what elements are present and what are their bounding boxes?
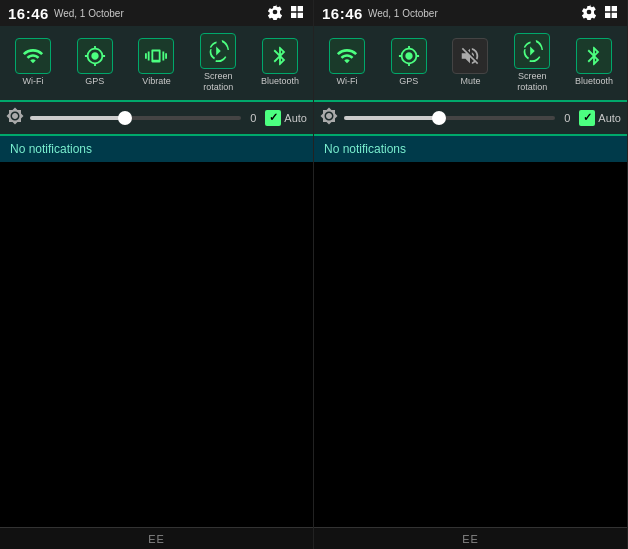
- toggle-vibrate-icon-wrap-left: [138, 38, 174, 74]
- toggle-vibrate-label-left: Vibrate: [142, 76, 170, 87]
- auto-checkbox-left: ✓: [265, 110, 281, 126]
- status-time-left: 16:46: [8, 5, 49, 22]
- toggle-gps-left[interactable]: GPS: [64, 30, 126, 96]
- toggle-wifi-left[interactable]: Wi-Fi: [2, 30, 64, 96]
- toggle-wifi-right[interactable]: Wi-Fi: [316, 30, 378, 96]
- toggle-gps-icon-wrap-right: [391, 38, 427, 74]
- grid-icon-left[interactable]: [289, 4, 305, 23]
- settings-icon-right[interactable]: [581, 4, 597, 23]
- toggle-bluetooth-label-right: Bluetooth: [575, 76, 613, 87]
- toggle-wifi-label-left: Wi-Fi: [22, 76, 43, 87]
- checkmark-left: ✓: [269, 111, 278, 124]
- status-time-right: 16:46: [322, 5, 363, 22]
- auto-checkbox-right: ✓: [579, 110, 595, 126]
- toggle-bluetooth-label-left: Bluetooth: [261, 76, 299, 87]
- brightness-slider-right[interactable]: [344, 116, 555, 120]
- panel-left: 16:46 Wed, 1 October: [0, 0, 314, 549]
- toggle-gps-icon-wrap-left: [77, 38, 113, 74]
- notification-body-left: [0, 162, 313, 527]
- bottom-label-left: EE: [148, 533, 165, 545]
- toggle-bluetooth-icon-wrap-right: [576, 38, 612, 74]
- brightness-icon-left: [6, 107, 24, 128]
- auto-brightness-left[interactable]: ✓ Auto: [265, 110, 307, 126]
- status-icons-right: [581, 4, 619, 23]
- toggle-rotation-right[interactable]: Screen rotation: [501, 30, 563, 96]
- brightness-row-left: 0 ✓ Auto: [0, 102, 313, 136]
- notification-header-right: No notifications: [314, 136, 627, 162]
- toggle-gps-label-right: GPS: [399, 76, 418, 87]
- brightness-thumb-right: [432, 111, 446, 125]
- toggle-bluetooth-icon-wrap-left: [262, 38, 298, 74]
- toggle-wifi-label-right: Wi-Fi: [336, 76, 357, 87]
- brightness-fill-right: [344, 116, 439, 120]
- toggle-vibrate-left[interactable]: Vibrate: [126, 30, 188, 96]
- brightness-value-left: 0: [247, 112, 259, 124]
- toggle-rotation-icon-wrap-left: [200, 33, 236, 69]
- auto-label-right: Auto: [598, 112, 621, 124]
- bottom-bar-right: EE: [314, 527, 627, 549]
- brightness-slider-left[interactable]: [30, 116, 241, 120]
- quick-toggles-left: Wi-Fi GPS Vibrate: [0, 26, 313, 102]
- auto-label-left: Auto: [284, 112, 307, 124]
- brightness-icon-right: [320, 107, 338, 128]
- brightness-row-right: 0 ✓ Auto: [314, 102, 627, 136]
- notification-body-right: [314, 162, 627, 527]
- notification-header-left: No notifications: [0, 136, 313, 162]
- status-bar-left: 16:46 Wed, 1 October: [0, 0, 313, 26]
- status-icons-left: [267, 4, 305, 23]
- toggle-mute-icon-wrap-right: [452, 38, 488, 74]
- toggle-bluetooth-left[interactable]: Bluetooth: [249, 30, 311, 96]
- toggle-rotation-label-left: Screen rotation: [188, 71, 248, 93]
- auto-brightness-right[interactable]: ✓ Auto: [579, 110, 621, 126]
- notification-text-left: No notifications: [10, 142, 92, 156]
- settings-icon-left[interactable]: [267, 4, 283, 23]
- grid-icon-right[interactable]: [603, 4, 619, 23]
- panel-right: 16:46 Wed, 1 October Wi-: [314, 0, 628, 549]
- checkmark-right: ✓: [583, 111, 592, 124]
- status-date-right: Wed, 1 October: [368, 8, 438, 19]
- toggle-bluetooth-right[interactable]: Bluetooth: [563, 30, 625, 96]
- notification-text-right: No notifications: [324, 142, 406, 156]
- status-bar-right: 16:46 Wed, 1 October: [314, 0, 627, 26]
- toggle-wifi-icon-wrap-left: [15, 38, 51, 74]
- toggle-gps-right[interactable]: GPS: [378, 30, 440, 96]
- brightness-thumb-left: [118, 111, 132, 125]
- quick-toggles-right: Wi-Fi GPS Mute: [314, 26, 627, 102]
- brightness-value-right: 0: [561, 112, 573, 124]
- brightness-fill-left: [30, 116, 125, 120]
- toggle-rotation-icon-wrap-right: [514, 33, 550, 69]
- toggle-wifi-icon-wrap-right: [329, 38, 365, 74]
- toggle-mute-label-right: Mute: [460, 76, 480, 87]
- bottom-bar-left: EE: [0, 527, 313, 549]
- status-date-left: Wed, 1 October: [54, 8, 124, 19]
- toggle-mute-right[interactable]: Mute: [440, 30, 502, 96]
- bottom-label-right: EE: [462, 533, 479, 545]
- toggle-gps-label-left: GPS: [85, 76, 104, 87]
- toggle-rotation-label-right: Screen rotation: [502, 71, 562, 93]
- toggle-rotation-left[interactable]: Screen rotation: [187, 30, 249, 96]
